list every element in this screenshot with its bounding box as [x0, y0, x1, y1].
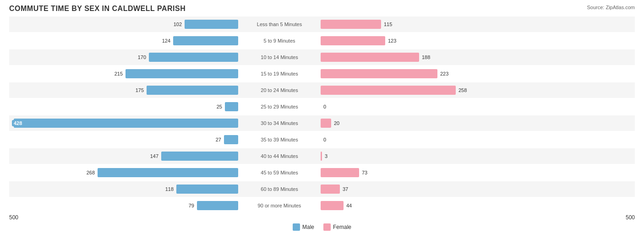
left-section: 27	[9, 132, 238, 147]
male-value: 124	[162, 38, 170, 43]
male-bar	[147, 86, 238, 95]
left-section: 170	[9, 49, 238, 65]
male-bar	[126, 69, 238, 78]
bar-row: 11860 to 89 Minutes37	[9, 181, 635, 197]
male-bar	[185, 20, 238, 29]
female-value: 37	[343, 186, 348, 192]
legend-male-label: Male	[302, 224, 314, 230]
bar-label: 30 to 34 Minutes	[238, 120, 321, 126]
right-section: 188	[321, 49, 550, 65]
bar-label: 40 to 44 Minutes	[238, 153, 321, 159]
bar-row: 21515 to 19 Minutes223	[9, 66, 635, 81]
female-value: 44	[346, 203, 352, 208]
male-value: 79	[189, 203, 194, 208]
male-value: 25	[217, 104, 222, 109]
right-section: 20	[321, 115, 550, 131]
female-value: 0	[323, 104, 326, 109]
female-value: 123	[388, 38, 396, 43]
female-value: 115	[384, 22, 392, 27]
female-bar	[321, 201, 344, 210]
male-bar	[173, 36, 238, 45]
chart-title: COMMUTE TIME BY SEX IN CALDWELL PARISH	[9, 5, 635, 13]
left-section: 79	[9, 198, 238, 213]
bar-label: 35 to 39 Minutes	[238, 137, 321, 142]
bar-row: 2735 to 39 Minutes0	[9, 132, 635, 147]
male-value: 215	[115, 71, 123, 76]
male-value: 428	[12, 120, 24, 126]
right-section: 0	[321, 99, 550, 114]
left-section: 118	[9, 181, 238, 197]
male-bar	[197, 201, 238, 210]
left-section: 175	[9, 82, 238, 98]
left-section: 268	[9, 165, 238, 180]
right-section: 258	[321, 82, 550, 98]
female-bar	[321, 168, 359, 177]
right-section: 115	[321, 16, 550, 32]
right-section: 37	[321, 181, 550, 197]
axis-right: 500	[626, 214, 635, 221]
female-value: 188	[422, 54, 430, 60]
male-bar	[98, 168, 238, 177]
bars-area: 102Less than 5 Minutes1151245 to 9 Minut…	[9, 16, 635, 213]
bar-label: 60 to 89 Minutes	[238, 186, 321, 192]
male-bar	[161, 152, 238, 161]
bar-row: 7990 or more Minutes44	[9, 198, 635, 213]
source-text: Source: ZipAtlas.com	[587, 5, 635, 10]
male-value: 268	[87, 170, 95, 175]
bar-label: 5 to 9 Minutes	[238, 38, 321, 43]
female-value: 20	[334, 120, 339, 126]
male-value: 147	[150, 153, 158, 159]
right-section: 223	[321, 66, 550, 81]
legend-male: Male	[293, 223, 314, 231]
male-bar	[149, 53, 238, 62]
left-section: 147	[9, 148, 238, 164]
right-section: 0	[321, 132, 550, 147]
female-bar	[321, 69, 437, 78]
right-section: 44	[321, 198, 550, 213]
bar-label: 90 or more Minutes	[238, 203, 321, 208]
female-bar	[321, 185, 340, 194]
right-section: 3	[321, 148, 550, 164]
male-bar	[224, 135, 238, 144]
bar-label: 45 to 59 Minutes	[238, 170, 321, 175]
legend-female: Female	[323, 223, 351, 231]
female-bar	[321, 36, 385, 45]
bar-label: 25 to 29 Minutes	[238, 104, 321, 109]
bar-label: 15 to 19 Minutes	[238, 71, 321, 76]
male-value: 27	[216, 137, 221, 142]
bar-label: 10 to 14 Minutes	[238, 54, 321, 60]
bar-label: 20 to 24 Minutes	[238, 87, 321, 93]
left-section: 215	[9, 66, 238, 81]
male-bar	[225, 102, 238, 111]
bar-row: 14740 to 44 Minutes3	[9, 148, 635, 164]
axis-left: 500	[9, 214, 18, 221]
right-section: 123	[321, 33, 550, 49]
female-value: 223	[440, 71, 448, 76]
male-bar	[14, 119, 238, 128]
legend-male-box	[293, 223, 300, 231]
male-bar	[176, 185, 238, 194]
chart-container: COMMUTE TIME BY SEX IN CALDWELL PARISH S…	[0, 0, 644, 239]
legend: Male Female	[9, 223, 635, 231]
female-value: 0	[323, 137, 326, 142]
female-bar	[321, 152, 322, 161]
left-section: 428	[9, 115, 238, 131]
left-section: 25	[9, 99, 238, 114]
bar-row: 17520 to 24 Minutes258	[9, 82, 635, 98]
female-bar	[321, 86, 456, 95]
left-section: 124	[9, 33, 238, 49]
female-value: 3	[325, 153, 327, 159]
axis-labels: 500 500	[9, 214, 635, 221]
bar-row: 42830 to 34 Minutes20	[9, 115, 635, 131]
female-value: 258	[458, 87, 467, 93]
male-value: 102	[174, 22, 182, 27]
female-value: 73	[362, 170, 367, 175]
legend-female-label: Female	[333, 224, 351, 230]
male-value: 118	[165, 186, 174, 192]
bar-row: 17010 to 14 Minutes188	[9, 49, 635, 65]
male-value: 170	[138, 54, 146, 60]
left-section: 102	[9, 16, 238, 32]
female-bar	[321, 53, 419, 62]
male-value: 175	[136, 87, 144, 93]
female-bar	[321, 119, 331, 128]
